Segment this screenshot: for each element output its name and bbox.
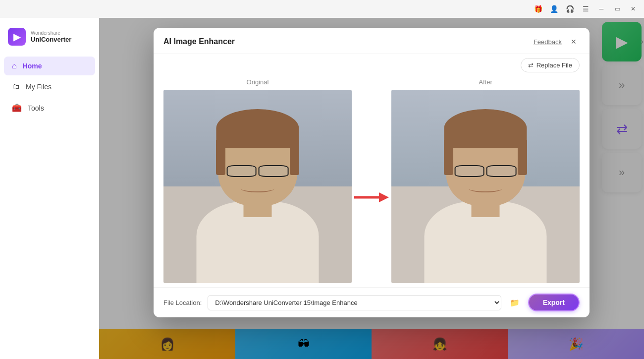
modal-overlay: AI Image Enhancer Feedback ✕ ⇄ Replace F… (99, 18, 644, 359)
main-content: ▶ › » ⇄ » 👩 🕶 👧 🎉 (99, 18, 644, 359)
close-button[interactable]: ✕ (626, 2, 640, 16)
after-side: After (391, 78, 580, 283)
svg-marker-1 (379, 192, 389, 202)
sidebar-item-my-files[interactable]: 🗂 My Files (4, 77, 95, 96)
after-image (391, 90, 580, 283)
user-icon[interactable]: 👤 (547, 2, 561, 16)
headset-icon[interactable]: 🎧 (563, 2, 577, 16)
file-location-label: File Location: (163, 299, 202, 306)
minimize-button[interactable]: ─ (594, 2, 608, 16)
sidebar-item-tools[interactable]: 🧰 Tools (4, 98, 95, 118)
replace-file-button[interactable]: ⇄ Replace File (521, 58, 580, 72)
after-label: After (479, 78, 492, 86)
modal-header: AI Image Enhancer Feedback ✕ (154, 28, 590, 54)
logo-brand: Wondershare (31, 30, 71, 36)
sidebar-item-home[interactable]: ⌂ Home (4, 57, 95, 75)
menu-icon[interactable]: ☰ (579, 2, 592, 16)
modal-close-button[interactable]: ✕ (568, 36, 580, 48)
tools-label: Tools (28, 104, 44, 112)
replace-icon: ⇄ (528, 61, 534, 69)
files-icon: 🗂 (12, 82, 20, 91)
comparison-arrow (352, 170, 391, 205)
export-button[interactable]: Export (528, 294, 580, 311)
image-compare: Original (154, 74, 590, 287)
my-files-label: My Files (26, 83, 52, 91)
replace-file-label: Replace File (537, 61, 572, 69)
original-portrait (163, 90, 352, 283)
logo-product: UniConverter (31, 36, 71, 43)
original-side: Original (163, 78, 352, 283)
file-location-select[interactable]: D:\Wondershare UniConverter 15\Image Enh… (208, 295, 501, 310)
modal-title: AI Image Enhancer (163, 37, 235, 46)
maximize-button[interactable]: ▭ (610, 2, 624, 16)
folder-browse-button[interactable]: 📁 (507, 295, 522, 310)
modal-header-actions: Feedback ✕ (534, 36, 580, 48)
after-portrait (391, 90, 580, 283)
original-label: Original (247, 78, 269, 86)
ai-image-enhancer-modal: AI Image Enhancer Feedback ✕ ⇄ Replace F… (154, 28, 590, 317)
home-label: Home (23, 62, 42, 70)
titlebar: 🎁 👤 🎧 ☰ ─ ▭ ✕ (0, 0, 644, 18)
logo-area: ▶ Wondershare UniConverter (0, 24, 99, 56)
logo-icon: ▶ (8, 28, 26, 46)
original-image (163, 90, 352, 283)
replace-file-area: ⇄ Replace File (154, 54, 590, 74)
arrow-svg (354, 190, 389, 205)
sidebar: ▶ Wondershare UniConverter ⌂ Home 🗂 My F… (0, 18, 99, 359)
app-container: ▶ Wondershare UniConverter ⌂ Home 🗂 My F… (0, 18, 644, 359)
feedback-link[interactable]: Feedback (534, 38, 562, 46)
file-location-bar: File Location: D:\Wondershare UniConvert… (154, 287, 590, 317)
gift-icon[interactable]: 🎁 (531, 2, 545, 16)
tools-icon: 🧰 (12, 103, 22, 113)
home-icon: ⌂ (12, 61, 17, 70)
logo-text: Wondershare UniConverter (31, 30, 71, 43)
